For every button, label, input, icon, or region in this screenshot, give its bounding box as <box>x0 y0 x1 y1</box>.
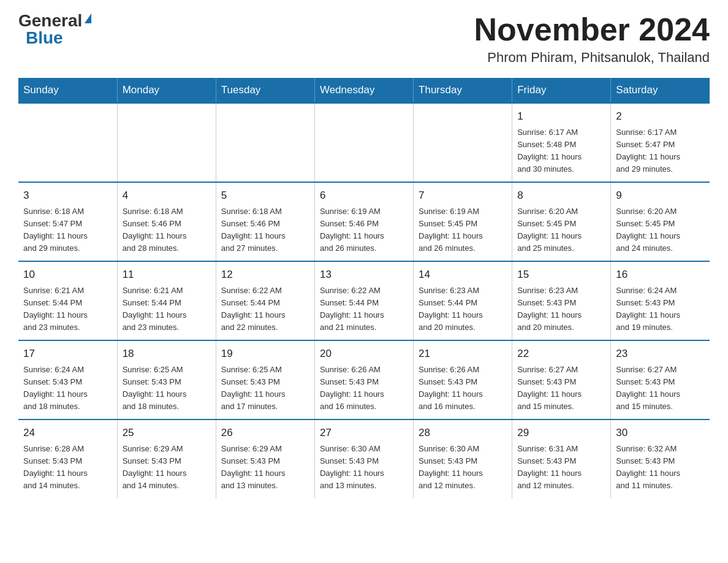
location-subtitle: Phrom Phiram, Phitsanulok, Thailand <box>474 50 710 66</box>
day-info: Sunrise: 6:32 AMSunset: 5:43 PMDaylight:… <box>616 443 705 492</box>
calendar-cell <box>414 103 512 182</box>
day-info: Sunrise: 6:21 AMSunset: 5:44 PMDaylight:… <box>23 285 112 334</box>
calendar-week-row: 17Sunrise: 6:24 AMSunset: 5:43 PMDayligh… <box>18 340 710 419</box>
day-number: 27 <box>320 425 408 441</box>
day-number: 21 <box>419 346 507 362</box>
day-number: 9 <box>616 188 705 204</box>
calendar-week-row: 1Sunrise: 6:17 AMSunset: 5:48 PMDaylight… <box>18 103 710 182</box>
day-number: 4 <box>123 188 211 204</box>
day-number: 14 <box>419 267 507 283</box>
day-info: Sunrise: 6:28 AMSunset: 5:43 PMDaylight:… <box>23 443 112 492</box>
header: General Blue November 2024 Phrom Phiram,… <box>18 12 710 66</box>
day-info: Sunrise: 6:25 AMSunset: 5:43 PMDaylight:… <box>221 364 309 413</box>
calendar-table: SundayMondayTuesdayWednesdayThursdayFrid… <box>18 78 710 498</box>
day-number: 3 <box>23 188 112 204</box>
logo-blue-text: Blue <box>18 29 63 47</box>
day-info: Sunrise: 6:29 AMSunset: 5:43 PMDaylight:… <box>221 443 309 492</box>
header-friday: Friday <box>512 78 611 103</box>
calendar-cell: 20Sunrise: 6:26 AMSunset: 5:43 PMDayligh… <box>314 340 413 419</box>
day-number: 13 <box>320 267 408 283</box>
calendar-cell <box>18 103 117 182</box>
calendar-cell: 25Sunrise: 6:29 AMSunset: 5:43 PMDayligh… <box>117 419 216 498</box>
day-info: Sunrise: 6:18 AMSunset: 5:47 PMDaylight:… <box>23 205 112 255</box>
day-number: 7 <box>419 188 507 204</box>
day-number: 5 <box>221 188 309 204</box>
calendar-cell: 17Sunrise: 6:24 AMSunset: 5:43 PMDayligh… <box>18 340 117 419</box>
calendar-week-row: 24Sunrise: 6:28 AMSunset: 5:43 PMDayligh… <box>18 419 710 498</box>
day-info: Sunrise: 6:20 AMSunset: 5:45 PMDaylight:… <box>616 205 705 255</box>
day-number: 30 <box>616 425 705 441</box>
calendar-cell: 30Sunrise: 6:32 AMSunset: 5:43 PMDayligh… <box>611 419 710 498</box>
day-info: Sunrise: 6:23 AMSunset: 5:43 PMDaylight:… <box>517 285 605 334</box>
day-info: Sunrise: 6:18 AMSunset: 5:46 PMDaylight:… <box>221 205 309 255</box>
calendar-cell: 9Sunrise: 6:20 AMSunset: 5:45 PMDaylight… <box>611 182 710 261</box>
calendar-cell: 18Sunrise: 6:25 AMSunset: 5:43 PMDayligh… <box>117 340 216 419</box>
day-info: Sunrise: 6:17 AMSunset: 5:48 PMDaylight:… <box>517 126 605 176</box>
day-info: Sunrise: 6:27 AMSunset: 5:43 PMDaylight:… <box>517 364 605 413</box>
day-number: 12 <box>221 267 309 283</box>
day-info: Sunrise: 6:27 AMSunset: 5:43 PMDaylight:… <box>616 364 705 413</box>
day-number: 19 <box>221 346 309 362</box>
calendar-cell: 2Sunrise: 6:17 AMSunset: 5:47 PMDaylight… <box>611 103 710 182</box>
day-info: Sunrise: 6:30 AMSunset: 5:43 PMDaylight:… <box>419 443 507 492</box>
day-number: 11 <box>123 267 211 283</box>
calendar-cell <box>314 103 413 182</box>
calendar-cell: 15Sunrise: 6:23 AMSunset: 5:43 PMDayligh… <box>512 261 611 340</box>
calendar-cell: 4Sunrise: 6:18 AMSunset: 5:46 PMDaylight… <box>117 182 216 261</box>
calendar-cell: 16Sunrise: 6:24 AMSunset: 5:43 PMDayligh… <box>611 261 710 340</box>
calendar-cell: 23Sunrise: 6:27 AMSunset: 5:43 PMDayligh… <box>611 340 710 419</box>
day-info: Sunrise: 6:20 AMSunset: 5:45 PMDaylight:… <box>517 205 605 255</box>
calendar-cell: 21Sunrise: 6:26 AMSunset: 5:43 PMDayligh… <box>414 340 512 419</box>
header-monday: Monday <box>117 78 216 103</box>
header-saturday: Saturday <box>611 78 710 103</box>
calendar-cell: 14Sunrise: 6:23 AMSunset: 5:44 PMDayligh… <box>414 261 512 340</box>
day-number: 20 <box>320 346 408 362</box>
calendar-cell: 13Sunrise: 6:22 AMSunset: 5:44 PMDayligh… <box>314 261 413 340</box>
day-info: Sunrise: 6:22 AMSunset: 5:44 PMDaylight:… <box>320 285 408 334</box>
day-info: Sunrise: 6:26 AMSunset: 5:43 PMDaylight:… <box>320 364 408 413</box>
calendar-cell: 26Sunrise: 6:29 AMSunset: 5:43 PMDayligh… <box>216 419 314 498</box>
calendar-cell: 7Sunrise: 6:19 AMSunset: 5:45 PMDaylight… <box>414 182 512 261</box>
calendar-cell: 28Sunrise: 6:30 AMSunset: 5:43 PMDayligh… <box>414 419 512 498</box>
day-number: 15 <box>517 267 605 283</box>
calendar-cell: 1Sunrise: 6:17 AMSunset: 5:48 PMDaylight… <box>512 103 611 182</box>
month-title: November 2024 <box>474 12 710 47</box>
day-number: 18 <box>123 346 211 362</box>
calendar-cell <box>216 103 314 182</box>
calendar-week-row: 10Sunrise: 6:21 AMSunset: 5:44 PMDayligh… <box>18 261 710 340</box>
calendar-cell: 12Sunrise: 6:22 AMSunset: 5:44 PMDayligh… <box>216 261 314 340</box>
calendar-cell: 29Sunrise: 6:31 AMSunset: 5:43 PMDayligh… <box>512 419 611 498</box>
day-number: 25 <box>123 425 211 441</box>
day-number: 26 <box>221 425 309 441</box>
calendar-cell: 19Sunrise: 6:25 AMSunset: 5:43 PMDayligh… <box>216 340 314 419</box>
header-wednesday: Wednesday <box>314 78 413 103</box>
logo-general-text: General <box>18 12 82 29</box>
day-info: Sunrise: 6:25 AMSunset: 5:43 PMDaylight:… <box>123 364 211 413</box>
calendar-cell: 27Sunrise: 6:30 AMSunset: 5:43 PMDayligh… <box>314 419 413 498</box>
day-info: Sunrise: 6:23 AMSunset: 5:44 PMDaylight:… <box>419 285 507 334</box>
day-number: 2 <box>616 109 705 124</box>
day-info: Sunrise: 6:19 AMSunset: 5:46 PMDaylight:… <box>320 205 408 255</box>
header-thursday: Thursday <box>414 78 512 103</box>
calendar-cell: 10Sunrise: 6:21 AMSunset: 5:44 PMDayligh… <box>18 261 117 340</box>
calendar-cell: 8Sunrise: 6:20 AMSunset: 5:45 PMDaylight… <box>512 182 611 261</box>
day-info: Sunrise: 6:30 AMSunset: 5:43 PMDaylight:… <box>320 443 408 492</box>
day-number: 24 <box>23 425 112 441</box>
header-sunday: Sunday <box>18 78 117 103</box>
day-number: 28 <box>419 425 507 441</box>
calendar-cell: 22Sunrise: 6:27 AMSunset: 5:43 PMDayligh… <box>512 340 611 419</box>
day-number: 17 <box>23 346 112 362</box>
header-tuesday: Tuesday <box>216 78 314 103</box>
day-number: 16 <box>616 267 705 283</box>
day-info: Sunrise: 6:29 AMSunset: 5:43 PMDaylight:… <box>123 443 211 492</box>
day-info: Sunrise: 6:24 AMSunset: 5:43 PMDaylight:… <box>616 285 705 334</box>
logo: General Blue <box>18 12 91 47</box>
calendar-header-row: SundayMondayTuesdayWednesdayThursdayFrid… <box>18 78 710 103</box>
day-info: Sunrise: 6:18 AMSunset: 5:46 PMDaylight:… <box>123 205 211 255</box>
day-info: Sunrise: 6:19 AMSunset: 5:45 PMDaylight:… <box>419 205 507 255</box>
day-number: 6 <box>320 188 408 204</box>
calendar-cell: 24Sunrise: 6:28 AMSunset: 5:43 PMDayligh… <box>18 419 117 498</box>
day-number: 23 <box>616 346 705 362</box>
day-info: Sunrise: 6:17 AMSunset: 5:47 PMDaylight:… <box>616 126 705 176</box>
calendar-cell <box>117 103 216 182</box>
